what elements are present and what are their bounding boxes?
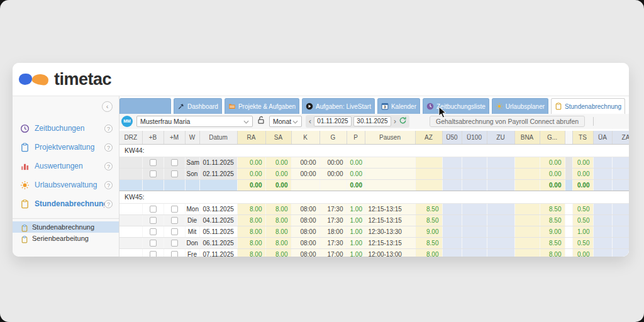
cell-ra: 8.00 xyxy=(237,237,265,248)
cell-sp xyxy=(565,179,572,191)
column-header-az[interactable]: AZ xyxy=(415,131,442,144)
cell-k: 00:00 xyxy=(291,168,319,179)
table-header-row: DRZ+B+MWDatumRASAKGPPausenAZÜ50Ü100ZUBNA… xyxy=(119,131,629,144)
column-header-g2[interactable]: G... xyxy=(540,131,565,144)
cell-drz xyxy=(119,179,142,191)
row-checkbox[interactable] xyxy=(150,206,157,213)
cell-pm xyxy=(164,248,185,257)
cell-pb xyxy=(142,203,164,214)
payroll-fetch-button[interactable]: Gehaltsabrechnung von Payroll Connect ab… xyxy=(430,116,585,127)
column-header-zu[interactable]: ZU xyxy=(487,131,514,144)
row-checkbox[interactable] xyxy=(150,228,157,235)
column-header-ua[interactable]: ÜA xyxy=(593,131,612,144)
cell-w: Son xyxy=(185,168,199,179)
cell-ua xyxy=(593,226,612,237)
subitem-stundenabrechnung[interactable]: Stundenabrechnung xyxy=(13,221,119,233)
help-icon[interactable]: ? xyxy=(104,143,113,152)
row-checkbox[interactable] xyxy=(171,251,178,257)
refresh-icon[interactable] xyxy=(399,116,407,127)
row-checkbox[interactable] xyxy=(171,170,178,177)
tab-dashboard[interactable]: Dashboard xyxy=(174,98,222,114)
cell-ua xyxy=(593,248,612,257)
sidebar-item-label: Auswertungen xyxy=(35,162,104,170)
sidebar-item-projektverwaltung[interactable]: Projektverwaltung ? xyxy=(13,138,119,157)
cell-g2: 9.00 xyxy=(540,226,565,237)
cell-datum: 04.11.2025 xyxy=(199,214,237,226)
tab-urlaubsplaner[interactable]: Urlaubsplaner xyxy=(492,98,548,114)
column-header-p[interactable]: P xyxy=(347,131,365,144)
tab-blank[interactable] xyxy=(119,98,171,114)
prev-period-button[interactable]: ‹ xyxy=(308,118,312,125)
column-header-pb[interactable]: +B xyxy=(142,131,164,144)
cell-w xyxy=(185,179,199,191)
cell-bna xyxy=(514,203,540,214)
cell-zu xyxy=(487,168,514,179)
sidebar-item-stundenabrechnung[interactable]: Stundenabrechnung ? xyxy=(13,194,119,213)
sidebar-item-urlaubsverwaltung[interactable]: Urlaubsverwaltung ? xyxy=(13,175,119,194)
tab-kalender[interactable]: 3 Kalender xyxy=(377,98,420,114)
column-header-pausen[interactable]: Pausen xyxy=(365,131,415,144)
timesheet-day-row: Mit05.11.20258.008.0008:0018:001.0012:30… xyxy=(119,226,629,237)
date-from-input[interactable]: 01.11.2025 xyxy=(314,116,352,126)
cell-pb xyxy=(142,226,164,237)
cell-sp xyxy=(565,214,572,226)
cell-pm xyxy=(164,226,185,237)
row-checkbox[interactable] xyxy=(150,170,157,177)
unlock-icon[interactable] xyxy=(257,116,265,127)
row-checkbox[interactable] xyxy=(150,159,157,166)
tab-zeitbuchungsliste[interactable]: Zeitbuchungsliste xyxy=(423,98,489,114)
subitem-serienbearbeitung[interactable]: Serienbearbeitung xyxy=(13,233,119,244)
cell-w: Don xyxy=(185,237,199,248)
cell-az: 9.00 xyxy=(415,226,442,237)
user-name: Musterfrau Maria xyxy=(140,118,243,125)
column-header-za[interactable]: ZA xyxy=(612,131,629,144)
tab-projekte-aufgaben[interactable]: Projekte & Aufgaben xyxy=(225,98,299,114)
row-checkbox[interactable] xyxy=(171,206,178,213)
column-header-w[interactable]: W xyxy=(185,131,199,144)
help-icon[interactable]: ? xyxy=(104,125,113,133)
cell-p: 1.00 xyxy=(347,226,365,237)
cell-u100 xyxy=(462,248,487,257)
row-checkbox[interactable] xyxy=(150,251,157,257)
sidebar-item-auswertungen[interactable]: Auswertungen ? xyxy=(13,157,119,175)
cell-az: 8.00 xyxy=(415,248,442,257)
column-header-ts[interactable]: TS xyxy=(572,131,593,144)
user-avatar: MM xyxy=(121,116,133,127)
column-header-u100[interactable]: Ü100 xyxy=(462,131,487,144)
column-header-pm[interactable]: +M xyxy=(164,131,185,144)
sidebar-item-zeitbuchungen[interactable]: Zeitbuchungen ? xyxy=(13,119,119,138)
next-period-button[interactable]: › xyxy=(393,118,397,125)
tab-stundenabrechnung[interactable]: Stundenabrechnung xyxy=(551,98,625,114)
column-header-k[interactable]: K xyxy=(291,131,319,144)
column-header-bna[interactable]: BNA xyxy=(514,131,540,144)
column-header-drz[interactable]: DRZ xyxy=(119,131,142,144)
row-checkbox[interactable] xyxy=(150,217,157,224)
column-header-datum[interactable]: Datum xyxy=(199,131,237,144)
column-header-u50[interactable]: Ü50 xyxy=(442,131,462,144)
main-area: Dashboard Projekte & Aufgaben Aufgaben: … xyxy=(119,96,629,257)
help-icon[interactable]: ? xyxy=(104,162,113,170)
row-checkbox[interactable] xyxy=(171,159,178,166)
row-checkbox[interactable] xyxy=(171,217,178,224)
sidebar-collapse-icon[interactable]: ‹ xyxy=(102,101,113,112)
cell-sa: 0.00 xyxy=(265,179,291,191)
column-header-g[interactable]: G xyxy=(319,131,347,144)
user-select[interactable]: Musterfrau Maria xyxy=(136,116,253,127)
brand-name: timetac xyxy=(54,70,111,89)
row-checkbox[interactable] xyxy=(150,240,157,247)
timesheet-table: DRZ+B+MWDatumRASAKGPPausenAZÜ50Ü100ZUBNA… xyxy=(119,131,629,257)
cell-u100 xyxy=(462,203,487,214)
column-header-sa[interactable]: SA xyxy=(265,131,291,144)
period-select[interactable]: Monat xyxy=(269,116,302,127)
column-header-sp[interactable] xyxy=(565,131,572,144)
date-to-input[interactable]: 30.11.2025 xyxy=(353,116,391,126)
cell-bna xyxy=(514,168,540,179)
row-checkbox[interactable] xyxy=(171,228,178,235)
column-header-ra[interactable]: RA xyxy=(237,131,265,144)
cell-u50 xyxy=(442,203,462,214)
help-icon[interactable]: ? xyxy=(104,181,113,189)
help-icon[interactable]: ? xyxy=(104,200,113,208)
cell-u50 xyxy=(442,168,462,179)
row-checkbox[interactable] xyxy=(171,240,178,247)
tab-aufgaben-livestart[interactable]: Aufgaben: LiveStart xyxy=(302,98,375,114)
